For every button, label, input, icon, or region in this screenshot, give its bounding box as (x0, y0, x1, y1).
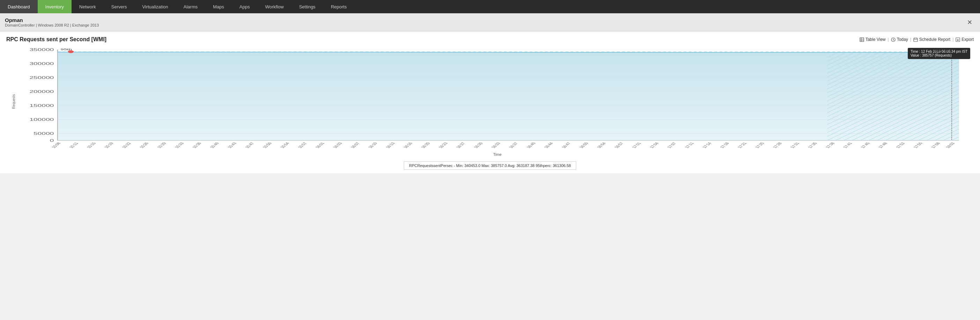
separator-2: | (910, 37, 911, 42)
nav-item-alarms[interactable]: Alarms (176, 0, 205, 13)
close-button[interactable]: ✕ (964, 17, 975, 27)
nav-item-settings[interactable]: Settings (291, 0, 323, 13)
svg-text:17:35: 17:35 (807, 142, 818, 149)
nav-item-apps[interactable]: Apps (232, 0, 258, 13)
nav-item-reports[interactable]: Reports (323, 0, 355, 13)
svg-text:17:38: 17:38 (824, 142, 835, 149)
svg-text:18:02: 18:02 (945, 142, 956, 149)
svg-text:16:50: 16:50 (578, 142, 589, 149)
clock-icon (891, 37, 896, 42)
nav-bar: DashboardInventoryNetworkServersVirtuali… (0, 0, 980, 13)
nav-item-dashboard[interactable]: Dashboard (0, 0, 38, 13)
svg-text:15:15: 15:15 (86, 142, 97, 149)
table-view-icon (860, 37, 864, 42)
svg-text:17:21: 17:21 (737, 142, 748, 149)
svg-text:16:23: 16:23 (438, 142, 449, 149)
svg-text:16:44: 16:44 (543, 142, 554, 149)
svg-text:16:16: 16:16 (402, 142, 414, 149)
svg-text:17:18: 17:18 (719, 142, 730, 149)
svg-text:17:11: 17:11 (684, 142, 695, 149)
svg-text:17:48: 17:48 (877, 142, 889, 149)
svg-text:16:37: 16:37 (508, 142, 519, 149)
nav-item-workflow[interactable]: Workflow (258, 0, 291, 13)
svg-text:150000: 150000 (29, 104, 54, 107)
svg-text:16:30: 16:30 (473, 142, 484, 149)
svg-text:15:29: 15:29 (156, 142, 167, 149)
export-label: Export (961, 37, 974, 42)
svg-text:16:01: 16:01 (315, 142, 326, 149)
svg-text:17:41: 17:41 (842, 142, 853, 149)
svg-text:0: 0 (50, 139, 54, 142)
svg-text:17:31: 17:31 (789, 142, 800, 149)
percentile-text: 95th (60, 48, 72, 51)
svg-text:15:22: 15:22 (121, 142, 132, 149)
svg-text:16:54: 16:54 (596, 142, 607, 149)
svg-text:17:45: 17:45 (860, 142, 871, 149)
svg-text:15:50: 15:50 (262, 142, 273, 149)
schedule-report-label: Schedule Report (919, 37, 950, 42)
svg-text:15:54: 15:54 (279, 142, 290, 149)
series-label: sentPersec (934, 48, 952, 52)
svg-text:16:27: 16:27 (455, 142, 466, 149)
x-axis-label: Time (21, 152, 974, 157)
svg-text:15:33: 15:33 (174, 142, 185, 149)
nav-item-maps[interactable]: Maps (205, 0, 232, 13)
svg-text:17:52: 17:52 (895, 142, 906, 149)
svg-text:15:08: 15:08 (51, 142, 62, 149)
schedule-report-action[interactable]: Schedule Report (913, 37, 950, 42)
nav-item-servers[interactable]: Servers (103, 0, 135, 13)
svg-line-6 (893, 40, 894, 40)
device-header: Opman DomainController | Windows 2008 R2… (0, 13, 980, 32)
nav-item-virtualization[interactable]: Virtualization (135, 0, 176, 13)
chart-area: 350000 300000 250000 200000 150000 10000… (21, 46, 974, 151)
svg-text:17:28: 17:28 (772, 142, 783, 149)
export-icon (956, 37, 960, 42)
svg-text:16:10: 16:10 (367, 142, 378, 149)
svg-text:200000: 200000 (29, 90, 54, 94)
calendar-icon (913, 37, 918, 42)
svg-text:300000: 300000 (29, 62, 54, 66)
svg-text:15:11: 15:11 (68, 142, 79, 149)
device-meta: DomainController | Windows 2008 R2 | Exc… (5, 23, 99, 27)
svg-text:16:03: 16:03 (332, 142, 343, 149)
svg-rect-7 (914, 38, 918, 42)
separator-1: | (888, 37, 889, 42)
svg-text:15:57: 15:57 (297, 142, 308, 149)
svg-text:17:07: 17:07 (666, 142, 678, 149)
chart-title: RPC Requests sent per Second [WMI] (6, 36, 107, 43)
chart-svg: 350000 300000 250000 200000 150000 10000… (21, 46, 974, 151)
svg-text:17:14: 17:14 (702, 142, 713, 149)
svg-text:16:07: 16:07 (350, 142, 361, 149)
chart-toolbar: RPC Requests sent per Second [WMI] Table… (6, 36, 974, 43)
svg-text:100000: 100000 (29, 118, 54, 122)
nav-item-inventory[interactable]: Inventory (38, 0, 72, 13)
table-view-label: Table View (865, 37, 886, 42)
today-action[interactable]: Today (891, 37, 908, 42)
nav-item-network[interactable]: Network (72, 0, 103, 13)
chart-legend: RPCRequestssentPersec - Min: 340453.0 Ma… (404, 162, 576, 170)
chart-fill-area (57, 52, 959, 141)
svg-text:17:04: 17:04 (648, 142, 660, 149)
svg-text:16:40: 16:40 (526, 142, 537, 149)
chart-actions: Table View | Today | Schedule Report | E… (860, 37, 974, 42)
svg-text:16:33: 16:33 (490, 142, 501, 149)
svg-text:17:58: 17:58 (930, 142, 941, 149)
svg-text:16:47: 16:47 (560, 142, 572, 149)
table-view-action[interactable]: Table View (860, 37, 886, 42)
device-name: Opman (5, 17, 99, 23)
svg-text:15:43: 15:43 (226, 142, 238, 149)
svg-text:17:25: 17:25 (754, 142, 765, 149)
chart-container: RPC Requests sent per Second [WMI] Table… (0, 32, 980, 173)
svg-text:16:57: 16:57 (614, 142, 625, 149)
today-label: Today (897, 37, 908, 42)
svg-text:250000: 250000 (29, 76, 54, 80)
y-axis-label: Requests (12, 94, 16, 109)
svg-text:15:36: 15:36 (191, 142, 202, 149)
separator-3: | (953, 37, 953, 42)
export-action[interactable]: Export (956, 37, 974, 42)
chart-hatch-area (827, 53, 959, 141)
svg-text:350000: 350000 (29, 48, 54, 52)
svg-text:50000: 50000 (33, 132, 54, 136)
svg-text:16:20: 16:20 (420, 142, 431, 149)
svg-text:15:47: 15:47 (244, 142, 255, 149)
